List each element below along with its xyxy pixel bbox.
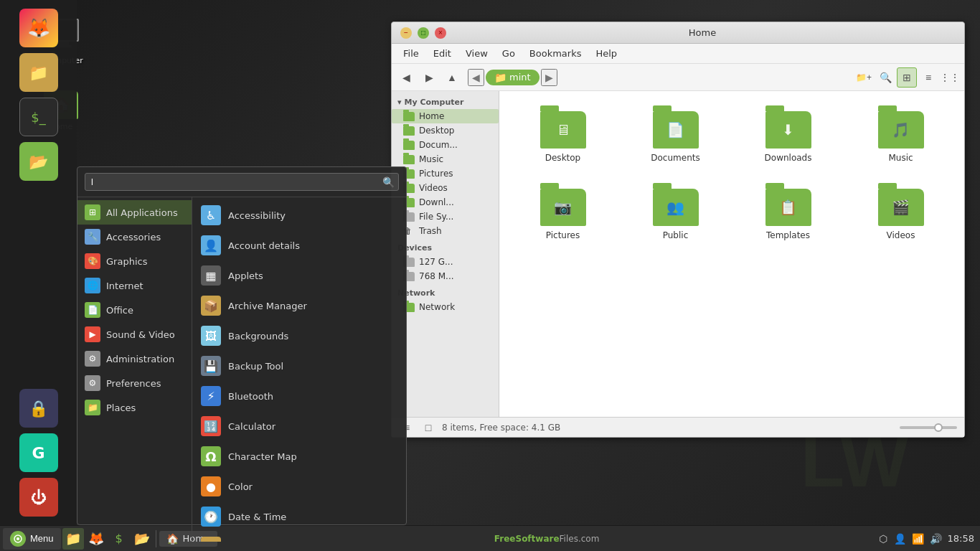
fm-back-btn[interactable]: ◀ [396,67,416,88]
app-backgrounds[interactable]: 🖼 Backgrounds [192,321,406,351]
fm-status-btn2[interactable]: □ [420,420,436,435]
app-backup-label: Backup Tool [228,361,283,372]
fm-list-view-btn[interactable]: ≡ [918,67,938,88]
panel-grammarly-btn[interactable]: G [19,433,58,472]
fm-sidebar-devices-header[interactable]: Devices [392,241,499,255]
app-bluetooth-label: Bluetooth [228,391,273,402]
fm-sidebar-devices: Devices 127 G... 768 M... [392,241,499,283]
file-item-music[interactable]: 🎵 Music [852,105,950,169]
fm-menu-bookmarks[interactable]: Bookmarks [524,46,588,61]
fm-sidebar-pictures[interactable]: Pictures [392,166,499,181]
fm-location-left-btn[interactable]: ◀ [468,69,484,86]
fm-sidebar-network-item[interactable]: Network [392,300,499,314]
panel-lock-btn[interactable]: 🔒 [19,389,58,428]
category-places[interactable]: 📁 Places [77,395,192,420]
fm-menu-edit[interactable]: Edit [428,46,457,61]
panel-power-btn[interactable]: ⏻ [19,478,58,517]
file-item-documents[interactable]: 📄 Documents [626,105,725,169]
fm-sidebar-documents[interactable]: Docum... [392,138,499,152]
category-administration[interactable]: ⚙ Administration [77,347,192,371]
category-internet[interactable]: 🌐 Internet [77,273,192,298]
fm-sidebar-home[interactable]: Home [392,109,499,123]
fm-up-btn[interactable]: ▲ [442,67,462,88]
file-item-public[interactable]: 👥 Public [626,183,725,246]
fm-compact-view-btn[interactable]: ⋮⋮ [940,67,960,88]
file-downloads-label: Downloads [765,153,812,163]
category-graphics-label: Graphics [106,256,147,267]
category-all[interactable]: ⊞ All Applications [77,200,192,225]
fm-menu-file[interactable]: File [397,46,425,61]
left-panel: 🦊 📁 $_ 📂 🔒 G ⏻ [0,0,77,525]
file-item-videos[interactable]: 🎬 Videos [852,183,950,246]
file-music-label: Music [888,153,913,163]
category-office-icon: 📄 [85,302,100,318]
fm-sidebar-music[interactable]: Music [392,152,499,166]
app-account-label: Account details [228,240,300,251]
fm-sidebar-videos[interactable]: Videos [392,181,499,195]
tray-bluetooth-icon[interactable]: ⬡ [879,533,887,545]
fm-sidebar-trash[interactable]: 🗑 Trash [392,224,499,238]
app-applets[interactable]: ▦ Applets [192,260,406,291]
fm-sidebar-mycomputer-header[interactable]: ▾ My Computer [392,95,499,109]
fm-zoom-slider[interactable] [900,426,957,429]
fm-sidebar-disk768[interactable]: 768 M... [392,269,499,283]
fm-content: 🖥 Desktop 📄 Documents ⬇ [499,91,964,417]
fm-menubar: File Edit View Go Bookmarks Help [392,44,964,64]
fm-sidebar-network-header[interactable]: Network [392,286,499,300]
app-charmap-label: Character Map [228,451,297,462]
app-backup-tool[interactable]: 💾 Backup Tool [192,351,406,381]
fm-maximize-btn[interactable]: □ [418,27,429,39]
panel-files-btn[interactable]: 📁 [19,53,58,92]
category-sound-video[interactable]: ▶ Sound & Video [77,322,192,347]
fm-sidebar-downloads[interactable]: Downl... [392,195,499,209]
fm-zoom-control [900,426,957,429]
fm-menu-help[interactable]: Help [590,46,623,61]
fm-icons-view-btn[interactable]: ⊞ [897,67,917,88]
app-accessibility[interactable]: ♿ Accessibility [192,200,406,230]
search-button[interactable]: 🔍 [382,176,395,188]
fm-sidebar-filesystem[interactable]: File Sy... [392,209,499,224]
search-input[interactable] [85,173,399,191]
app-bluetooth[interactable]: ⚡ Bluetooth [192,381,406,411]
taskbar-right: ⬡ 👤 📶 🔊 18:58 [873,533,980,545]
app-date-time[interactable]: 🕐 Date & Time [192,501,406,532]
fm-location-pill[interactable]: 📁 mint [486,70,540,85]
fm-close-btn[interactable]: × [435,27,446,39]
fm-sidebar-desktop[interactable]: Desktop [392,123,499,138]
panel-firefox-btn[interactable]: 🦊 [19,9,58,47]
app-archive-manager[interactable]: 📦 Archive Manager [192,291,406,321]
sidebar-home-label: Home [419,111,444,121]
fm-icons-grid: 🖥 Desktop 📄 Documents ⬇ [514,105,950,246]
menu-button[interactable]: Menu [3,528,61,550]
app-color[interactable]: ● Color [192,471,406,501]
fm-sidebar-disk127[interactable]: 127 G... [392,255,499,269]
tray-user-icon[interactable]: 👤 [894,533,906,545]
fm-search-btn[interactable]: 🔍 [875,67,895,88]
app-desklets[interactable]: ▦ Desklets [192,532,406,542]
file-item-pictures[interactable]: 📷 Pictures [514,183,612,246]
category-preferences[interactable]: ⚙ Preferences [77,371,192,395]
category-accessories[interactable]: 🔧 Accessories [77,225,192,249]
fm-minimize-btn[interactable]: − [400,27,412,39]
category-office[interactable]: 📄 Office [77,298,192,322]
app-accessibility-icon: ♿ [201,205,221,225]
fm-menu-go[interactable]: Go [496,46,521,61]
fm-new-folder-btn[interactable]: 📁+ [854,67,874,88]
taskbar-tray: ⬡ 👤 📶 🔊 18:58 [879,533,974,545]
fm-location-right-btn[interactable]: ▶ [541,69,557,86]
file-item-templates[interactable]: 📋 Templates [739,183,837,246]
app-account-details[interactable]: 👤 Account details [192,230,406,260]
taskbar-clock: 18:58 [948,533,974,544]
sidebar-disk768-label: 768 M... [419,271,454,281]
panel-folder-btn[interactable]: 📂 [19,142,58,181]
file-item-downloads[interactable]: ⬇ Downloads [739,105,837,169]
file-item-desktop[interactable]: 🖥 Desktop [514,105,612,169]
fm-forward-btn[interactable]: ▶ [419,67,439,88]
panel-terminal-btn[interactable]: $_ [19,98,58,136]
fm-menu-view[interactable]: View [460,46,494,61]
app-character-map[interactable]: Ω Character Map [192,441,406,471]
app-calculator[interactable]: 🔢 Calculator [192,411,406,441]
tray-network-icon[interactable]: 📶 [912,533,924,545]
category-graphics[interactable]: 🎨 Graphics [77,249,192,273]
tray-volume-icon[interactable]: 🔊 [930,533,942,545]
